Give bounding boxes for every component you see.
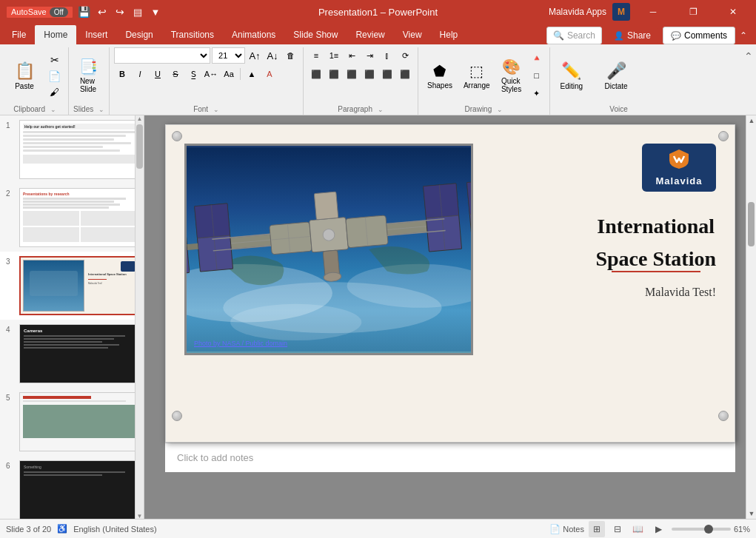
restore-button[interactable]: ❐ (676, 0, 710, 24)
arrange-button[interactable]: ⬚ Arrange (459, 60, 495, 92)
slide-canvas[interactable]: Photo by NASA / Public domain (165, 124, 735, 443)
scroll-down-button[interactable]: ▼ (746, 508, 756, 519)
customize-icon[interactable]: ▼ (149, 5, 162, 19)
dictate-button[interactable]: 🎤 Dictate (601, 59, 632, 93)
slide-sorter-button[interactable]: ⊟ (609, 521, 626, 537)
slide-thumb-3[interactable]: 3 International Space Station Malavida T… (0, 252, 144, 320)
paragraph-expand-icon[interactable]: ⌄ (378, 106, 384, 113)
scroll-up-button[interactable]: ▲ (746, 115, 756, 126)
font-case-button[interactable]: Aa (221, 66, 237, 82)
panel-scroll-down[interactable]: ▼ (136, 513, 144, 519)
comments-button[interactable]: 💬 Comments (663, 27, 735, 44)
zoom-slider-thumb[interactable] (704, 525, 713, 534)
redo-icon[interactable]: ↪ (113, 5, 127, 19)
tab-slideshow[interactable]: Slide Show (284, 25, 347, 44)
ribbon-collapse-button[interactable]: ⌃ (744, 47, 753, 115)
tab-help[interactable]: Help (431, 25, 467, 44)
autosave-toggle[interactable]: Off (50, 7, 68, 17)
clipboard-expand-icon[interactable]: ⌄ (50, 106, 56, 113)
font-increase-button[interactable]: A↑ (247, 47, 263, 64)
copy-button[interactable]: 📄 (45, 69, 64, 84)
paste-button[interactable]: 📋 Paste (6, 59, 43, 93)
slides-expand-icon[interactable]: ⌄ (98, 106, 104, 113)
tab-review[interactable]: Review (347, 25, 393, 44)
share-button[interactable]: 👤 Share (606, 27, 658, 44)
font-name-select[interactable] (114, 47, 210, 64)
align-left-button[interactable]: ⬛ (308, 66, 324, 82)
align-justify-button[interactable]: ⬛ (361, 66, 378, 82)
notes-area[interactable]: Click to add notes (165, 443, 735, 472)
autosave-badge[interactable]: AutoSave Off (6, 6, 73, 19)
editing-button[interactable]: ✏️ Editing (555, 58, 589, 93)
slideshow-button[interactable]: ▶ (651, 521, 667, 537)
char-spacing-button[interactable]: A↔ (203, 66, 219, 82)
search-box[interactable]: 🔍 Search (546, 27, 602, 44)
shape-effects-button[interactable]: ✦ (529, 85, 545, 101)
drawing-expand-icon[interactable]: ⌄ (497, 106, 503, 113)
tab-insert[interactable]: Insert (76, 25, 116, 44)
strikethrough-button[interactable]: S (167, 66, 184, 82)
tab-animations[interactable]: Animations (223, 25, 284, 44)
decrease-indent-button[interactable]: ⇤ (344, 47, 360, 64)
slide-thumb-5[interactable]: 5 (0, 388, 144, 456)
font-decrease-button[interactable]: A↓ (264, 47, 281, 64)
underline-button[interactable]: U (150, 66, 166, 82)
text-direction-button[interactable]: ⟳ (397, 47, 413, 64)
iss-image-box[interactable]: Photo by NASA / Public domain (184, 144, 473, 355)
zoom-slider[interactable] (672, 528, 731, 531)
minimize-button[interactable]: ─ (636, 0, 670, 24)
accessibility-icon[interactable]: ♿ (57, 524, 67, 534)
presentation-icon[interactable]: ▤ (131, 5, 144, 19)
normal-view-button[interactable]: ⊞ (589, 521, 605, 537)
language[interactable]: English (United States) (73, 525, 157, 534)
slide-title-container[interactable]: International Space Station (595, 206, 716, 272)
align-center-button[interactable]: ⬛ (326, 66, 342, 82)
bullets-button[interactable]: ≡ (308, 47, 324, 64)
columns-button[interactable]: ⫿ (379, 47, 395, 64)
tab-transitions[interactable]: Transitions (162, 25, 223, 44)
quick-styles-button[interactable]: 🎨 QuickStyles (497, 56, 526, 95)
slide-thumb-2[interactable]: 2 Presentations by research (0, 184, 144, 252)
shadow-button[interactable]: S̲ (185, 66, 201, 82)
scroll-thumb-v[interactable] (748, 202, 755, 246)
search-label[interactable]: Search (567, 30, 595, 41)
align-vertical-button[interactable]: ⬛ (379, 66, 395, 82)
slide-thumb-1[interactable]: 1 Help our authors get started! (0, 115, 144, 184)
malavida-logo[interactable]: Malavida (642, 144, 716, 192)
shapes-button[interactable]: ⬟ Shapes (423, 60, 457, 92)
ribbon-collapse-icon[interactable]: ⌃ (740, 30, 747, 41)
text-highlight-button[interactable]: ▲ (244, 66, 260, 82)
shape-fill-button[interactable]: 🔺 (529, 50, 545, 66)
bold-button[interactable]: B (114, 66, 130, 82)
font-color-button[interactable]: A (261, 66, 278, 82)
slide-thumb-6[interactable]: 6 Something (0, 456, 144, 519)
font-size-select[interactable]: 21 (212, 47, 245, 64)
tab-view[interactable]: View (394, 25, 431, 44)
close-button[interactable]: ✕ (716, 0, 750, 24)
smartart-button[interactable]: ⬛ (397, 66, 413, 82)
clear-format-button[interactable]: 🗑 (282, 47, 298, 64)
panel-scroll-up[interactable]: ▲ (136, 115, 144, 121)
reading-view-button[interactable]: 📖 (630, 521, 646, 537)
chevron-up-icon[interactable]: ⌃ (744, 50, 753, 62)
undo-icon[interactable]: ↩ (96, 5, 109, 19)
tab-design[interactable]: Design (116, 25, 161, 44)
save-icon[interactable]: 💾 (78, 5, 91, 19)
cut-button[interactable]: ✂ (45, 53, 64, 67)
align-right-button[interactable]: ⬛ (344, 66, 360, 82)
new-slide-button[interactable]: 📑 NewSlide (73, 56, 103, 95)
format-painter-button[interactable]: 🖌 (45, 85, 64, 99)
shape-outline-button[interactable]: □ (529, 67, 545, 84)
notes-button[interactable]: 📄 Notes (549, 524, 584, 534)
italic-button[interactable]: I (132, 66, 148, 82)
screw-tr (718, 131, 729, 141)
numbering-button[interactable]: 1≡ (326, 47, 342, 64)
tab-home[interactable]: Home (35, 25, 76, 44)
increase-indent-button[interactable]: ⇥ (361, 47, 378, 64)
font-expand-icon[interactable]: ⌄ (213, 106, 219, 113)
slide-subtitle[interactable]: Malavida Test! (645, 286, 716, 299)
slide-thumb-4[interactable]: 4 Cameras (0, 320, 144, 388)
photo-link[interactable]: Photo (194, 340, 212, 347)
tab-file[interactable]: File (3, 25, 35, 44)
photo-credit[interactable]: Photo by NASA / Public domain (194, 340, 287, 347)
